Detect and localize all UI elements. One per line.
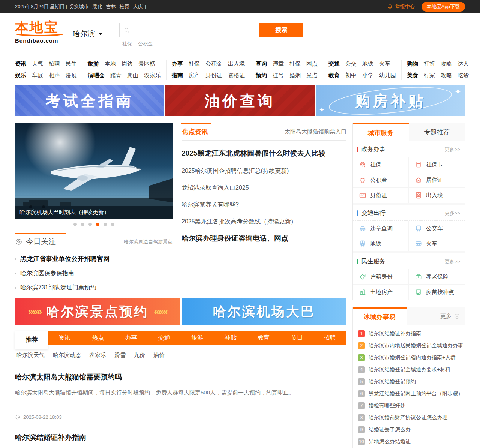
service-item[interactable]: 出入境 (409, 187, 465, 203)
feed-tab[interactable]: 交通 (148, 331, 181, 345)
ranking-item[interactable]: 10异地怎么办结婚证 (353, 436, 465, 448)
section-more-link[interactable]: 更多>> (445, 210, 460, 217)
ranking-item[interactable]: 5哈尔滨结婚登记预约 (353, 376, 465, 388)
nearby-city-link[interactable]: 松原 (119, 4, 129, 9)
carousel-dot[interactable] (81, 223, 84, 226)
nav-link[interactable]: 农家乐 (144, 72, 161, 79)
nav-link[interactable]: 初中 (345, 72, 357, 79)
focus-news-item[interactable]: 2025黑龙江各批次高考分数线（持续更新） (182, 218, 346, 226)
nearby-city-link[interactable]: 绥化 (92, 4, 102, 9)
feed-sub-link[interactable]: 滑雪 (114, 352, 126, 359)
feed-tab[interactable]: 补贴 (214, 331, 247, 345)
nav-link[interactable]: 资讯 (15, 60, 26, 67)
nav-link[interactable]: 招聘 (49, 60, 60, 67)
feed-tab[interactable]: 推荐 (15, 331, 48, 349)
nav-link[interactable]: 景区榜 (138, 60, 155, 67)
service-item[interactable]: 火车 (409, 236, 465, 251)
nav-link[interactable]: 娱乐 (15, 72, 26, 79)
nav-link[interactable]: 幼儿园 (379, 72, 396, 79)
ranking-item[interactable]: 7婚检有哪些好处 (353, 400, 465, 412)
city-services-tab[interactable]: 城市服务 (353, 123, 409, 141)
nav-link[interactable]: 办事 (172, 60, 183, 67)
carousel-image[interactable]: 哈尔滨机场大巴时刻表（持续更新） (15, 123, 172, 219)
service-item[interactable]: 公交车 (409, 221, 465, 236)
exam-guide-banner[interactable]: 考试全指南 (15, 85, 164, 116)
site-logo[interactable]: 本地宝 Bendibao.com (15, 21, 64, 44)
service-item[interactable]: 地铁 (353, 236, 409, 251)
nav-link[interactable]: 踏青 (110, 72, 122, 79)
focus-side-link[interactable]: 太阳岛大熊猫馆购票入口 (285, 128, 346, 135)
focus-news-item[interactable]: 哈尔滨禁养犬有哪些? (182, 201, 346, 209)
airport-bus-banner[interactable]: 哈尔滨机场大巴 (182, 298, 347, 325)
nav-link[interactable]: 旅游 (88, 60, 99, 67)
ranking-item[interactable]: 3哈尔滨市婚姻登记省内通办指南+人群 (353, 352, 465, 364)
nav-link[interactable]: 攻略 (441, 72, 452, 79)
report-center-link[interactable]: 举报中心 (387, 3, 415, 10)
nav-link[interactable]: 地铁 (362, 60, 374, 67)
focus-news-item[interactable]: 哈尔滨办理身份证咨询电话、网点 (182, 234, 346, 243)
nav-link[interactable]: 小学 (362, 72, 374, 79)
service-item[interactable]: 社保 (353, 157, 409, 172)
article-title[interactable]: 哈尔滨结婚证补办指南 (15, 433, 346, 442)
nav-link[interactable]: 资格证 (228, 72, 245, 79)
nav-link[interactable]: 相声 (49, 72, 60, 79)
nearby-city-link[interactable]: 吉林 (106, 4, 116, 9)
service-item[interactable]: 违章查询 (353, 221, 409, 236)
nav-link[interactable]: 婚姻 (290, 72, 301, 79)
switch-city-link[interactable]: 切换城市 (69, 4, 88, 9)
nav-link[interactable]: 指南 (172, 72, 183, 79)
feed-sub-link[interactable]: 九价 (134, 352, 145, 359)
nav-link[interactable]: 演唱会 (88, 72, 105, 79)
nav-link[interactable]: 天气 (32, 60, 43, 67)
feed-tab[interactable]: 教育 (247, 331, 280, 345)
nav-link[interactable]: 出入境 (228, 60, 245, 67)
today-focus-item[interactable]: 哈尔滨731部队遗址门票预约 (15, 284, 172, 292)
ranking-item[interactable]: 6黑龙江结婚登记网上预约平台（附步骤） (353, 388, 465, 400)
nav-link[interactable]: 车展 (32, 72, 43, 79)
feed-sub-link[interactable]: 农家乐 (89, 352, 106, 359)
nav-link[interactable]: 购物 (407, 60, 418, 67)
search-input[interactable] (119, 23, 260, 37)
feed-tab[interactable]: 节日 (280, 331, 313, 345)
city-selector[interactable]: 哈尔滨 (73, 29, 104, 39)
service-item[interactable]: 公积金 (353, 172, 409, 187)
ranking-item[interactable]: 2哈尔滨市内地居民婚姻登记全城通办办事 (353, 340, 465, 352)
feed-tab[interactable]: 资讯 (48, 331, 81, 345)
nav-link[interactable]: 攻略 (441, 60, 452, 67)
nav-link[interactable]: 达人 (458, 60, 469, 67)
focus-news-item[interactable]: 2025哈尔滨国企招聘信息汇总(持续更新) (182, 167, 346, 175)
today-side-link[interactable]: 哈尔滨周边自驾游景点 (124, 238, 172, 245)
nav-link[interactable]: 吃货 (458, 72, 469, 79)
nav-link[interactable]: 网点 (306, 60, 318, 67)
nav-link[interactable]: 周边 (122, 60, 133, 67)
ranking-tab[interactable]: 冰城办事易 (353, 307, 407, 325)
service-item[interactable]: 社保卡 (409, 157, 465, 172)
nav-link[interactable]: 预约 (256, 72, 267, 79)
nav-link[interactable]: 社保 (290, 60, 301, 67)
nav-link[interactable]: 公积金 (206, 60, 222, 67)
nav-link[interactable]: 火车 (379, 60, 390, 67)
house-subsidy-banner[interactable]: ✦✦购房补贴 (316, 85, 465, 116)
ranking-item[interactable]: 9结婚证丢了怎么办 (353, 424, 465, 436)
nav-link[interactable]: 行家 (424, 72, 435, 79)
topic-recommend-tab[interactable]: 专题推荐 (409, 123, 465, 141)
carousel-dot[interactable] (88, 223, 92, 226)
focus-news-tab[interactable]: 焦点资讯 (182, 123, 208, 140)
nav-link[interactable]: 房产 (189, 72, 200, 79)
nav-link[interactable]: 公交 (345, 60, 357, 67)
nav-link[interactable]: 爬山 (127, 72, 138, 79)
service-item[interactable]: 身份证 (353, 187, 409, 203)
service-item[interactable]: 居住证 (409, 172, 465, 187)
hot-word-link[interactable]: 公积金 (138, 40, 153, 47)
nav-link[interactable]: 美食 (407, 72, 418, 79)
service-item[interactable]: 户籍身份 (353, 269, 409, 284)
app-download-button[interactable]: 本地宝App下载 (422, 2, 465, 12)
feed-sub-link[interactable]: 哈尔滨动态 (53, 352, 81, 359)
nav-link[interactable]: 景点 (306, 72, 318, 79)
feed-tab[interactable]: 招聘 (314, 331, 346, 345)
nav-link[interactable]: 漫展 (66, 72, 77, 79)
search-button[interactable]: 搜索 (260, 23, 303, 37)
nav-link[interactable]: 社保 (189, 60, 200, 67)
article-title[interactable]: 哈尔滨太阳岛大熊猫馆需要预约吗 (15, 372, 346, 382)
service-item[interactable]: 疫苗接种点 (409, 284, 465, 300)
